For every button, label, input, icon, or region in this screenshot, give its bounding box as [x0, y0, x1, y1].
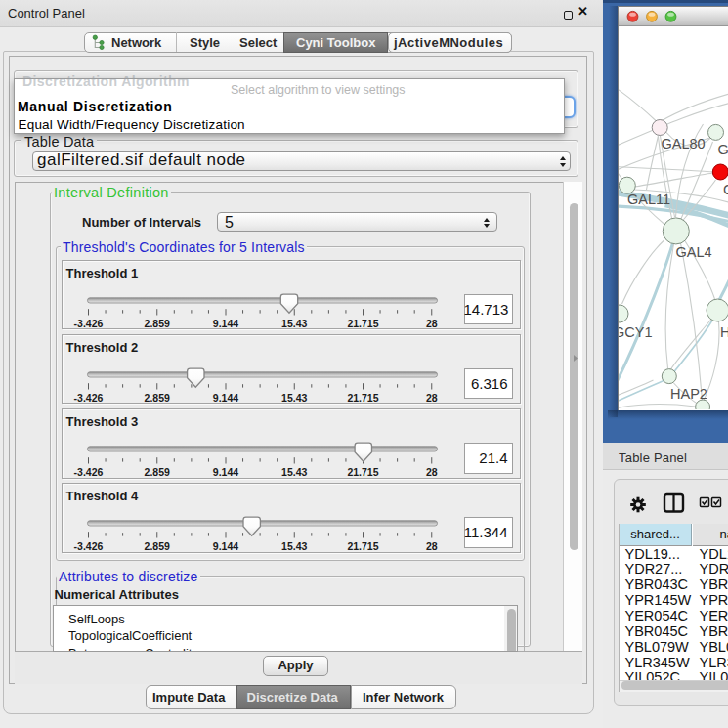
- svg-text:GAL4: GAL4: [675, 244, 711, 260]
- svg-text:-3.426: -3.426: [73, 540, 103, 552]
- svg-text:2.859: 2.859: [144, 540, 169, 552]
- svg-text:21.715: 21.715: [347, 466, 378, 478]
- svg-text:GCY1: GCY1: [619, 324, 653, 340]
- svg-text:2.859: 2.859: [144, 466, 169, 478]
- svg-text:28: 28: [425, 466, 437, 478]
- svg-text:15.43: 15.43: [281, 391, 307, 403]
- svg-text:GAL: GAL: [717, 142, 728, 157]
- svg-text:9.144: 9.144: [212, 317, 237, 328]
- svg-text:2.859: 2.859: [144, 317, 169, 328]
- svg-text:9.144: 9.144: [212, 391, 237, 403]
- svg-text:28: 28: [425, 391, 437, 403]
- svg-text:-3.426: -3.426: [73, 466, 103, 478]
- svg-text:CR: CR: [723, 182, 728, 197]
- svg-text:-3.426: -3.426: [73, 317, 103, 328]
- svg-text:2.859: 2.859: [144, 391, 169, 403]
- svg-text:GAL11: GAL11: [627, 192, 670, 207]
- svg-text:HAP2: HAP2: [670, 386, 707, 402]
- svg-text:21.715: 21.715: [347, 391, 378, 403]
- svg-text:28: 28: [425, 540, 437, 552]
- svg-text:15.43: 15.43: [281, 540, 307, 552]
- svg-text:15.43: 15.43: [281, 317, 307, 328]
- svg-text:15.43: 15.43: [281, 466, 307, 478]
- svg-text:21.715: 21.715: [347, 540, 378, 552]
- svg-text:HI: HI: [720, 324, 728, 340]
- svg-text:21.715: 21.715: [347, 317, 378, 328]
- svg-text:9.144: 9.144: [212, 466, 237, 478]
- svg-text:-3.426: -3.426: [73, 391, 103, 403]
- svg-text:28: 28: [425, 317, 437, 328]
- svg-text:9.144: 9.144: [212, 540, 237, 552]
- svg-text:GAL80: GAL80: [661, 136, 705, 151]
